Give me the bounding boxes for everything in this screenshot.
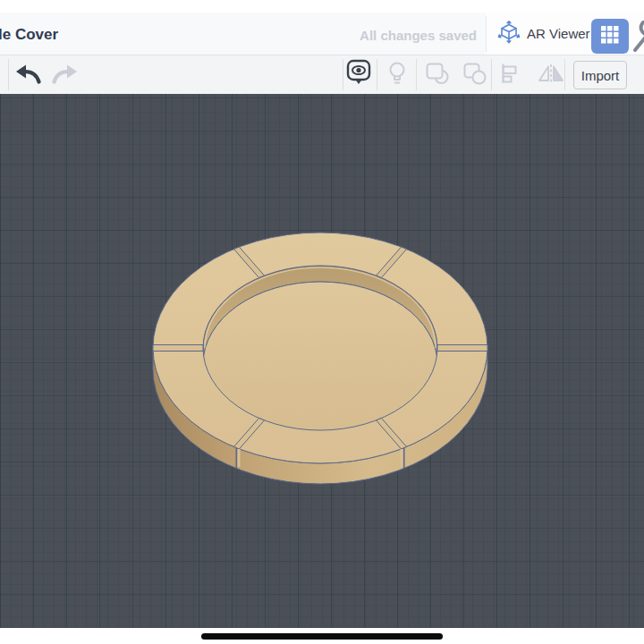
redo-icon [51,63,78,88]
tool-icon[interactable] [632,21,644,53]
ungroup-button[interactable] [462,55,488,94]
header-divider [486,16,487,52]
toolbar-divider [416,59,417,90]
ar-viewer-label: AR Viewer [527,26,590,41]
redo-button[interactable] [50,55,79,94]
group-icon [424,61,451,89]
ar-cube-icon [497,21,521,47]
status-bar [0,0,644,13]
toolbar-divider [343,59,343,90]
align-icon [498,61,521,89]
toolbar-divider [491,59,492,90]
tinkercad-window: le Cover All changes saved AR Viewer [0,0,644,644]
workplane-canvas[interactable]: Sn [0,94,644,628]
design-title[interactable]: le Cover [0,26,58,44]
toolbar-divider [8,59,9,90]
toolbar-divider [564,59,565,90]
toolbar-divider [377,59,377,90]
show-hidden-objects-button[interactable] [345,55,372,94]
bottom-bar [0,628,644,644]
save-status-text: All changes saved [360,28,477,43]
shapes-panel-button[interactable] [591,19,629,54]
eye-bubble-icon [346,59,371,91]
mirror-button[interactable] [538,55,564,94]
grid-icon [601,26,619,47]
undo-button[interactable] [14,55,43,94]
align-button[interactable] [497,55,522,94]
toolbar: Import [0,55,644,94]
lightbulb-icon [386,60,409,90]
ungroup-icon [462,61,488,89]
import-button[interactable]: Import [573,61,627,89]
tips-button[interactable] [384,55,411,94]
ar-viewer-button[interactable]: AR Viewer [494,13,594,55]
header-bar: le Cover All changes saved AR Viewer [0,13,644,55]
ring-cover-model[interactable] [0,94,644,628]
group-button[interactable] [424,55,451,94]
mirror-icon [538,62,564,89]
undo-icon [15,63,42,88]
home-indicator[interactable] [201,633,443,640]
